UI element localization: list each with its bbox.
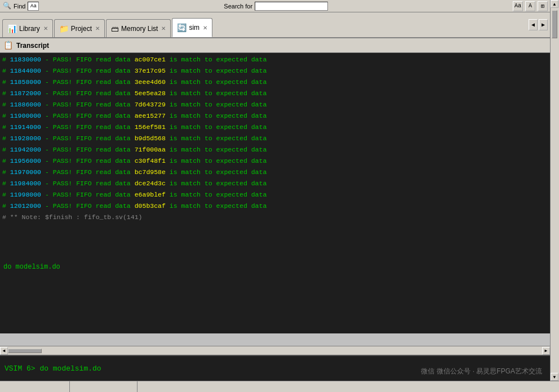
log-line-6: # 11914000 - PASS! FIFO read data 156ef5… <box>2 122 548 133</box>
top-bar: 🔍 Find Aa Search for Aa A ⊞ <box>0 0 550 12</box>
cmd-text: do modelsim.do <box>3 263 60 271</box>
log-line-0: # 11830000 - PASS! FIFO read data ac007c… <box>2 54 548 65</box>
tab-project[interactable]: 📁 Project ✕ <box>54 19 105 37</box>
log-line-8: # 11942000 - PASS! FIFO read data 71f000… <box>2 144 548 155</box>
toolbar-icon3[interactable]: ⊞ <box>538 1 548 11</box>
tab-memory-list[interactable]: 🗃 Memory List ✕ <box>106 19 171 37</box>
tab-scroll-left[interactable]: ◀ <box>529 19 538 30</box>
app-container: 🔍 Find Aa Search for Aa A ⊞ 📊 Library ✕ … <box>0 0 559 392</box>
log-line-13: # 12012000 - PASS! FIFO read data d05b3c… <box>2 201 548 212</box>
tab-sim-label: sim <box>189 24 199 32</box>
log-line-11: # 11984000 - PASS! FIFO read data dce24d… <box>2 178 548 189</box>
right-scroll-thumb[interactable] <box>552 10 557 38</box>
tab-project-close[interactable]: ✕ <box>95 25 100 32</box>
watermark-text: 微信公众号 · 易灵思FPGA艺术交流 <box>437 367 542 376</box>
memory-list-icon: 🗃 <box>111 24 119 33</box>
log-line-4: # 11886000 - PASS! FIFO read data 7d6437… <box>2 99 548 110</box>
tab-bar: 📊 Library ✕ 📁 Project ✕ 🗃 Memory List ✕ … <box>0 12 550 38</box>
right-edge-scrollbar[interactable]: ▲ ▼ <box>550 0 559 381</box>
log-spacer <box>0 277 550 333</box>
right-scroll-up[interactable]: ▲ <box>551 0 558 8</box>
toolbar-icon2[interactable]: A <box>525 1 535 11</box>
find-label: Find <box>14 3 25 10</box>
main-area: # 11830000 - PASS! FIFO read data ac007c… <box>0 53 559 257</box>
right-scroll-down[interactable]: ▼ <box>551 373 558 381</box>
search-input[interactable] <box>255 2 328 11</box>
transcript-header: 📋 Transcript <box>0 38 550 53</box>
toolbar-icon1[interactable]: Aa <box>513 1 523 11</box>
horiz-scrollbar[interactable]: ◀ ▶ <box>0 346 550 355</box>
watermark: 微信 微信公众号 · 易灵思FPGA艺术交流 <box>421 367 542 376</box>
log-line-9: # 11956000 - PASS! FIFO read data c30f48… <box>2 155 548 167</box>
status-segment-2 <box>70 381 137 392</box>
log-line-7: # 11928000 - PASS! FIFO read data b9d5d5… <box>2 133 548 144</box>
transcript-icon: 📋 <box>3 41 13 50</box>
library-icon: 📊 <box>7 24 17 33</box>
find-icon2: Aa <box>28 2 39 11</box>
horiz-scroll-right[interactable]: ▶ <box>542 347 550 355</box>
project-icon: 📁 <box>59 24 69 33</box>
transcript-label: Transcript <box>16 42 49 50</box>
status-segment-3 <box>137 381 557 392</box>
tab-sim[interactable]: 🔄 sim ✕ <box>172 18 212 37</box>
log-line-12: # 11998000 - PASS! FIFO read data e6a9bl… <box>2 189 548 201</box>
search-label: Search for <box>224 3 252 10</box>
tab-library-close[interactable]: ✕ <box>43 25 48 32</box>
log-separator: # ** Note: $finish : fifo_tb.sv(141) <box>2 212 548 223</box>
prompt-text: VSIM 6> do modelsim.do <box>5 364 101 373</box>
tab-memory-list-label: Memory List <box>121 25 158 33</box>
bottom-bar: VSIM 6> do modelsim.do 微信 微信公众号 · 易灵思FPG… <box>0 355 559 381</box>
log-line-1: # 11844000 - PASS! FIFO read data 37e17c… <box>2 65 548 77</box>
watermark-icon: 微信 <box>421 367 434 376</box>
horiz-scroll-thumb[interactable] <box>8 349 42 353</box>
log-line-10: # 11970000 - PASS! FIFO read data bc7d95… <box>2 167 548 178</box>
horiz-scroll-left[interactable]: ◀ <box>0 347 8 355</box>
tab-sim-close[interactable]: ✕ <box>203 25 207 31</box>
tab-library[interactable]: 📊 Library ✕ <box>2 19 53 37</box>
tab-project-label: Project <box>71 25 92 33</box>
status-segment-1 <box>2 381 70 392</box>
find-icon: 🔍 <box>2 2 11 11</box>
log-area: # 11830000 - PASS! FIFO read data ac007c… <box>0 53 550 257</box>
sim-icon: 🔄 <box>177 23 187 32</box>
tab-memory-list-close[interactable]: ✕ <box>161 25 166 32</box>
horiz-scroll-track[interactable] <box>8 348 542 354</box>
tab-library-label: Library <box>19 25 40 33</box>
status-bar <box>0 381 559 392</box>
log-line-2: # 11858000 - PASS! FIFO read data 3eee4d… <box>2 77 548 88</box>
log-line-5: # 11900000 - PASS! FIFO read data aee152… <box>2 110 548 122</box>
tab-scroll-right[interactable]: ▶ <box>539 19 548 30</box>
log-line-3: # 11872000 - PASS! FIFO read data 5ee5ea… <box>2 88 548 99</box>
cmd-area: do modelsim.do <box>0 257 550 277</box>
